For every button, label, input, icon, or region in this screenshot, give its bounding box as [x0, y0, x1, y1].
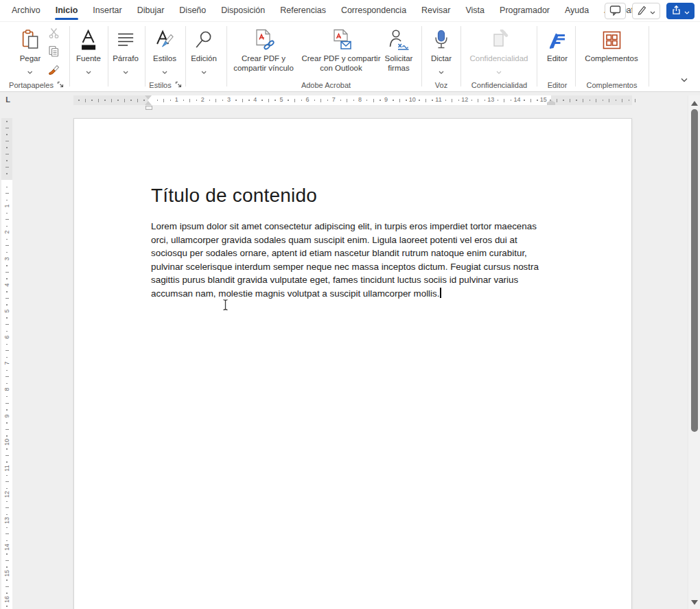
- request-signatures-button[interactable]: Solicitar firmas: [378, 27, 419, 73]
- ruler-tick: [196, 100, 198, 101]
- tab-disposicion[interactable]: Disposición: [213, 0, 272, 21]
- ruler-number: 15: [540, 96, 547, 104]
- tab-dibujar[interactable]: Dibujar: [130, 0, 172, 21]
- ruler-tick: [117, 100, 119, 101]
- ruler-number: 10: [409, 96, 416, 104]
- create-pdf-outlook-button[interactable]: Crear PDF y compartir con Outlook: [299, 27, 383, 73]
- ruler-tick: [222, 100, 224, 101]
- vertical-ruler[interactable]: 12345678910111213141516: [1, 107, 12, 609]
- share-button[interactable]: [666, 3, 695, 19]
- ruler-tick: [6, 331, 8, 332]
- ruler-tick: [6, 252, 8, 253]
- ruler-tick: [6, 566, 8, 568]
- document-title[interactable]: Título de contenido: [151, 185, 317, 207]
- paragraph-group-button[interactable]: Párrafo: [113, 27, 139, 76]
- chevron-down-icon: [86, 66, 91, 76]
- document-body-paragraph[interactable]: Lorem ipsum dolor sit amet consectetur a…: [151, 220, 548, 300]
- ruler-tick: [5, 324, 9, 325]
- ruler-tick: [5, 167, 9, 168]
- scroll-down-arrow-icon[interactable]: [691, 600, 698, 605]
- editor-button[interactable]: Editor: [547, 27, 568, 64]
- ruler-number: 9: [384, 96, 388, 104]
- format-painter-icon: [47, 63, 60, 78]
- ruler-number: 8: [358, 96, 362, 104]
- ruler-tick: [6, 448, 8, 450]
- tab-diseno[interactable]: Diseño: [172, 0, 213, 21]
- ruler-tick: [5, 128, 9, 128]
- adobe-acrobat-group-text: Adobe Acrobat: [301, 81, 351, 89]
- create-pdf-share-link-button[interactable]: Crear PDF y compartir vínculo: [231, 27, 296, 73]
- tab-ayuda[interactable]: Ayuda: [557, 0, 596, 21]
- left-indent-marker[interactable]: [145, 106, 152, 110]
- clipboard-group-label: Portapapeles: [4, 80, 69, 91]
- copy-button[interactable]: [45, 44, 62, 60]
- ruler-tick: [288, 100, 289, 101]
- horizontal-ruler[interactable]: 123456789101112131415: [0, 95, 700, 105]
- ruler-number: 4: [253, 96, 257, 104]
- tab-insertar[interactable]: Insertar: [85, 0, 129, 21]
- ruler-tick: [6, 147, 8, 148]
- ruler-tick: [6, 488, 8, 490]
- ruler-tick: [275, 100, 276, 101]
- add-ins-button[interactable]: Complementos: [577, 27, 646, 64]
- format-painter-button[interactable]: [45, 62, 62, 78]
- ruler-number: 12: [461, 96, 468, 104]
- paste-label: Pegar: [20, 54, 41, 64]
- editing-group-button[interactable]: Edición: [191, 27, 217, 76]
- ruler-tick: [5, 533, 9, 534]
- tab-vista[interactable]: Vista: [458, 0, 492, 21]
- vertical-scrollbar[interactable]: [688, 95, 700, 609]
- ruler-tick: [6, 606, 8, 607]
- dictate-button[interactable]: Dictar: [431, 27, 452, 76]
- document-page[interactable]: Título de contenido Lorem ipsum dolor si…: [73, 118, 632, 609]
- ruler-number: 9: [3, 414, 10, 417]
- group-separator: [145, 26, 145, 87]
- comments-button[interactable]: [605, 3, 626, 19]
- ruler-tick: [98, 99, 99, 102]
- chevron-down-icon: [123, 66, 128, 76]
- sensitivity-button-disabled: Confidencialidad: [463, 27, 535, 76]
- ruler-tick: [6, 435, 8, 437]
- ruler-tick: [5, 455, 9, 456]
- ruler-number: 13: [3, 517, 10, 524]
- ruler-tick: [347, 99, 347, 102]
- ruler-tick: [6, 121, 8, 122]
- create-pdf-outlook-label: Crear PDF y compartir con Outlook: [299, 54, 383, 73]
- chevron-down-icon: [162, 66, 167, 76]
- tab-referencias[interactable]: Referencias: [272, 0, 334, 21]
- paste-button[interactable]: Pegar: [20, 27, 41, 76]
- ruler-number: 7: [332, 96, 336, 104]
- ribbon-tab-bar: Archivo Inicio Insertar Dibujar Diseño D…: [0, 0, 700, 21]
- tab-inicio[interactable]: Inicio: [48, 0, 86, 21]
- ruler-tick: [5, 272, 9, 273]
- collapse-ribbon-button[interactable]: [677, 73, 692, 86]
- tab-programador[interactable]: Programador: [492, 0, 557, 21]
- hanging-indent-marker[interactable]: [145, 101, 152, 105]
- styles-group-button[interactable]: Estilos: [153, 27, 176, 76]
- ruler-tick: [366, 100, 368, 101]
- tab-revisar[interactable]: Revisar: [414, 0, 458, 21]
- ruler-tick: [209, 100, 211, 101]
- tab-correspondencia[interactable]: Correspondencia: [334, 0, 414, 21]
- ruler-tick: [6, 422, 8, 424]
- ruler-tick: [6, 213, 8, 214]
- ruler-number: 3: [3, 257, 10, 260]
- first-line-indent-marker[interactable]: [145, 95, 152, 100]
- ruler-tick: [124, 99, 125, 102]
- cut-button[interactable]: [45, 26, 62, 43]
- ruler-tick: [6, 514, 8, 516]
- scrollbar-thumb[interactable]: [691, 109, 698, 432]
- dialog-launcher-icon[interactable]: [175, 81, 182, 89]
- ruler-tick: [6, 265, 8, 266]
- ruler-tick: [6, 593, 8, 594]
- font-group-button[interactable]: Fuente: [76, 27, 101, 76]
- dialog-launcher-icon[interactable]: [57, 81, 64, 89]
- scroll-up-arrow-icon[interactable]: [691, 101, 698, 106]
- ruler-tick: [393, 100, 394, 101]
- editing-mode-button[interactable]: [632, 3, 660, 19]
- ruler-tick: [215, 99, 216, 102]
- request-signatures-label: Solicitar firmas: [378, 54, 419, 73]
- pdf-outlook-icon: [329, 27, 353, 52]
- ruler-tick: [629, 100, 630, 101]
- tab-archivo[interactable]: Archivo: [4, 0, 48, 21]
